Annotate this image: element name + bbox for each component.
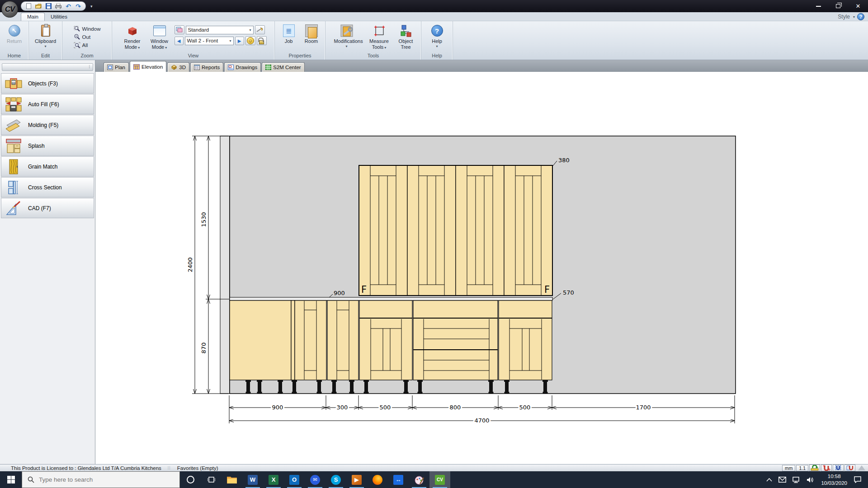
render-mode-button[interactable]: Render Mode▾: [120, 23, 145, 52]
return-button[interactable]: ↖ Return: [2, 23, 27, 52]
object-tree-icon: [400, 24, 412, 37]
action-center-icon[interactable]: [854, 476, 862, 483]
tab-3d[interactable]: 3D: [167, 62, 189, 72]
excel-button[interactable]: X: [263, 471, 284, 488]
tray-chevron-up-icon[interactable]: [766, 478, 772, 482]
restore-button[interactable]: [828, 0, 848, 12]
help-button[interactable]: ? Help ▾: [426, 23, 448, 52]
paint-button[interactable]: [409, 471, 429, 488]
file-explorer-button[interactable]: [222, 471, 242, 488]
palette-header[interactable]: ⁞: [2, 63, 93, 71]
base-cabinet-run[interactable]: [230, 300, 552, 380]
sidebar-item-grainmatch[interactable]: Grain Match: [1, 156, 94, 177]
qat-customize-icon[interactable]: ▾: [90, 4, 93, 9]
tray-network-icon[interactable]: [793, 477, 800, 483]
mail-button[interactable]: ✉: [305, 471, 326, 488]
sidebar-item-objects[interactable]: Objects (F3): [1, 73, 94, 94]
dimension-settings-icon[interactable]: [255, 25, 265, 34]
outlook-button[interactable]: O: [284, 471, 305, 488]
room-icon: [305, 24, 318, 37]
units-indicator[interactable]: mm: [782, 465, 796, 471]
task-view-icon: [208, 476, 215, 483]
help-bubble-icon[interactable]: ?: [857, 13, 864, 20]
next-wall-button[interactable]: ▶: [235, 37, 244, 45]
window-mode-button[interactable]: Window Mode▾: [147, 23, 172, 52]
snap-to-object-button[interactable]: [844, 465, 855, 471]
ribbon-tab-utilities[interactable]: Utilities: [45, 13, 73, 21]
sidebar-item-cad[interactable]: CAD (F7): [1, 198, 94, 218]
sidebar-item-splash[interactable]: Splash: [1, 136, 94, 156]
scale-indicator[interactable]: 1.1: [796, 465, 808, 471]
zoom-out-icon: [74, 34, 80, 40]
sidebar-item-crosssection[interactable]: Cross Section: [1, 177, 94, 197]
previous-wall-button[interactable]: ◀: [175, 37, 184, 45]
close-button[interactable]: ✕: [848, 0, 868, 12]
room-button[interactable]: Room: [301, 23, 322, 52]
elevation-drawing-canvas[interactable]: F F 380 900 570: [95, 72, 868, 464]
app-logo[interactable]: CV: [1, 1, 18, 18]
task-view-button[interactable]: [201, 471, 222, 488]
tab-reports[interactable]: Reports: [190, 62, 223, 72]
dim-total-width: 4700: [474, 417, 489, 424]
word-button[interactable]: W: [242, 471, 263, 488]
favorites-status[interactable]: Favorites (Empty): [177, 465, 218, 471]
cortana-button[interactable]: [180, 471, 201, 488]
dim-tall-unit-height: 900: [334, 290, 345, 296]
sidebar-item-autofill[interactable]: Auto Fill (F6): [1, 94, 94, 114]
new-file-icon[interactable]: [25, 3, 32, 9]
firefox-button[interactable]: [367, 471, 388, 488]
undo-icon[interactable]: ↶: [65, 3, 71, 9]
snap-to-point-button[interactable]: [821, 465, 832, 471]
sidebar-item-molding[interactable]: Molding (F5): [1, 115, 94, 135]
tab-elevation[interactable]: Elevation: [130, 61, 166, 72]
palette-grip-icon: ⁞: [89, 65, 90, 69]
tray-clock[interactable]: 10:58 10/03/2020: [821, 473, 847, 486]
resize-grip-icon[interactable]: [858, 465, 865, 470]
measure-tools-button[interactable]: Measure Tools▾: [365, 23, 393, 52]
refresh-dimensions-button[interactable]: [809, 465, 820, 471]
style-dropdown-arrow-icon[interactable]: ▾: [853, 15, 855, 19]
tab-plan[interactable]: Plan: [104, 62, 129, 72]
smiley-icon: ☺: [247, 37, 254, 44]
ribbon-tab-main[interactable]: Main: [21, 13, 45, 21]
media-player-button[interactable]: ▶: [346, 471, 367, 488]
grain-match-icon: [5, 159, 23, 175]
skype-button[interactable]: S: [326, 471, 346, 488]
clipboard-button[interactable]: Clipboard ▾: [33, 23, 58, 52]
zoom-all-icon: [74, 42, 80, 48]
zoom-all-button[interactable]: All: [72, 42, 103, 49]
minimize-button[interactable]: [808, 0, 828, 12]
zoom-out-button[interactable]: Out: [72, 33, 103, 41]
print-icon[interactable]: [55, 3, 61, 9]
word-icon: W: [248, 475, 258, 485]
render-style-config-icon[interactable]: [175, 25, 184, 34]
tray-mail-icon[interactable]: [778, 477, 786, 483]
object-tree-button[interactable]: ObjectTree: [394, 23, 418, 52]
skype-icon: S: [331, 475, 341, 485]
save-icon[interactable]: [45, 3, 52, 9]
job-button[interactable]: ≣ Job: [278, 23, 300, 52]
snap-to-grid-button[interactable]: [833, 465, 844, 471]
worktop[interactable]: [230, 297, 552, 300]
render-style-combo[interactable]: Standard▾: [186, 26, 254, 34]
tray-volume-icon[interactable]: [807, 477, 815, 483]
search-input[interactable]: [39, 476, 165, 483]
redo-icon[interactable]: ↷: [75, 3, 81, 9]
ribbon-group-tools: Modifications ▾ Measure Tools▾ ObjectTre…: [326, 21, 421, 60]
cabinet-vision-button[interactable]: CV: [429, 471, 450, 488]
tab-drawings[interactable]: Drawings: [224, 62, 261, 72]
style-dropdown-label[interactable]: Style: [838, 14, 850, 20]
open-folder-icon[interactable]: [35, 3, 42, 9]
wall-selector-combo[interactable]: Wall 2 - Front▾: [185, 37, 234, 45]
taskbar-search-box[interactable]: [22, 471, 180, 488]
modifications-button[interactable]: Modifications ▾: [329, 23, 364, 52]
title-bar: CV ↶ ↷ ▾ ✕: [0, 0, 868, 12]
start-button[interactable]: [0, 471, 22, 488]
teamviewer-button[interactable]: ↔: [388, 471, 409, 488]
zoom-window-button[interactable]: Window: [72, 25, 103, 33]
ribbon-group-edit: Clipboard ▾ Edit: [29, 21, 62, 60]
smiley-render-button[interactable]: ☺: [245, 36, 255, 45]
lock-button[interactable]: [257, 36, 267, 45]
wall-cabinet-run[interactable]: [359, 165, 552, 296]
tab-s2m-center[interactable]: S2M Center: [262, 62, 304, 72]
